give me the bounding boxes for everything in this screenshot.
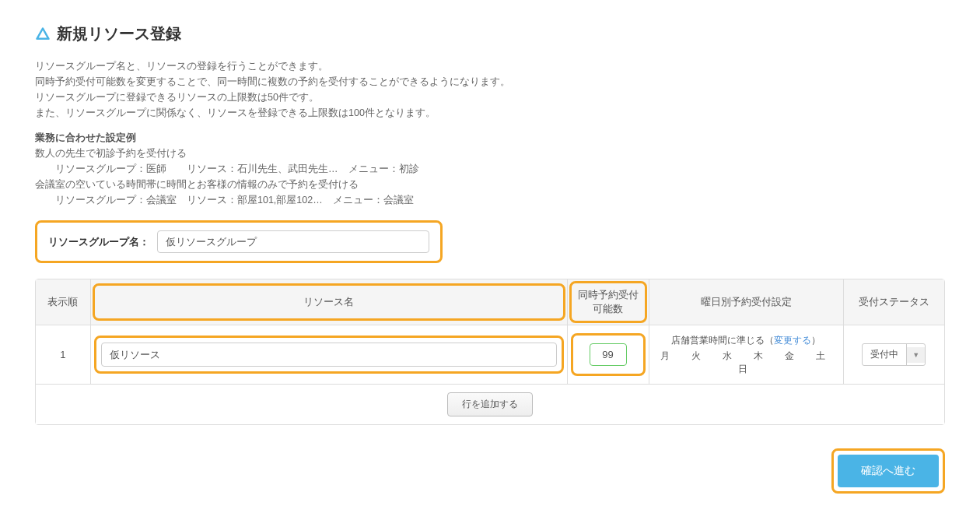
group-name-label: リソースグループ名： [48,235,149,249]
triangle-icon [35,26,51,42]
weekday-days: 月 火 水 木 金 土 日 [654,350,838,376]
confirm-button[interactable]: 確認へ進む [838,455,939,487]
description-line: リソースグループ名と、リソースの登録を行うことができます。 [35,58,945,74]
cell-order: 1 [36,325,90,385]
page-title: 新規リソース登録 [57,23,181,44]
group-name-highlight: リソースグループ名： [35,220,443,263]
status-select-text: 受付中 [863,344,907,365]
th-capacity: 同時予約受付 可能数 [567,279,649,325]
example-title: 業務に合わせた設定例 [35,130,945,146]
group-name-input[interactable] [157,230,429,253]
footer-actions: 確認へ進む [35,448,945,494]
description-block: リソースグループ名と、リソースの登録を行うことができます。 同時予約受付可能数を… [35,58,945,121]
status-select[interactable]: 受付中 ▼ [862,343,926,366]
example-line: 会議室の空いている時間帯に時間とお客様の情報のみで予約を受付ける [35,177,945,192]
confirm-highlight: 確認へ進む [831,448,945,494]
th-capacity-text1: 同時予約受付 [575,288,642,302]
th-capacity-highlight: 同時予約受付 可能数 [569,281,647,323]
resource-name-input[interactable] [101,343,557,367]
resource-table-wrapper: 表示順 リソース名 同時予約受付 可能数 曜日別予約受付設定 受付ステータス [35,279,945,425]
page-header: 新規リソース登録 [35,23,945,44]
chevron-down-icon: ▼ [907,347,925,363]
th-name-highlight: リソース名 [93,283,565,321]
add-row-button[interactable]: 行を追加する [447,392,533,416]
th-weekday: 曜日別予約受付設定 [649,279,843,325]
group-name-row: リソースグループ名： [48,230,429,253]
cell-weekday: 店舗営業時間に準じる（変更する） 月 火 水 木 金 土 日 [649,325,843,385]
th-status: 受付ステータス [843,279,944,325]
cell-capacity [567,325,649,385]
example-line: リソースグループ：医師 リソース：石川先生、武田先生… メニュー：初診 [35,161,945,177]
weekday-suffix: ） [811,335,821,346]
th-name: リソース名 [90,279,567,325]
th-capacity-text2: 可能数 [575,302,642,316]
resource-table: 表示順 リソース名 同時予約受付 可能数 曜日別予約受付設定 受付ステータス [36,279,944,384]
capacity-input[interactable] [590,343,627,366]
weekday-text: 店舗営業時間に準じる（変更する） [654,333,838,348]
change-link[interactable]: 変更する [774,335,811,346]
add-row-container: 行を追加する [36,384,944,424]
description-line: 同時予約受付可能数を変更することで、同一時間に複数の予約を受付することができるよ… [35,74,945,90]
table-row: 1 店舗営業時間に準じる（変更する） 月 火 水 木 金 土 日 [36,325,944,385]
name-highlight [94,336,564,374]
description-line: また、リソースグループに関係なく、リソースを登録できる上限数は100件となります… [35,105,945,121]
cell-status: 受付中 ▼ [843,325,944,385]
example-block: 業務に合わせた設定例 数人の先生で初診予約を受付ける リソースグループ：医師 リ… [35,130,945,208]
description-line: リソースグループに登録できるリソースの上限数は50件です。 [35,90,945,105]
example-line: リソースグループ：会議室 リソース：部屋101,部屋102… メニュー：会議室 [35,192,945,208]
capacity-highlight [571,333,646,376]
example-line: 数人の先生で初診予約を受付ける [35,146,945,161]
weekday-prefix: 店舗営業時間に準じる（ [671,335,774,346]
cell-name [90,325,567,385]
th-name-text: リソース名 [303,296,354,307]
th-order: 表示順 [36,279,90,325]
